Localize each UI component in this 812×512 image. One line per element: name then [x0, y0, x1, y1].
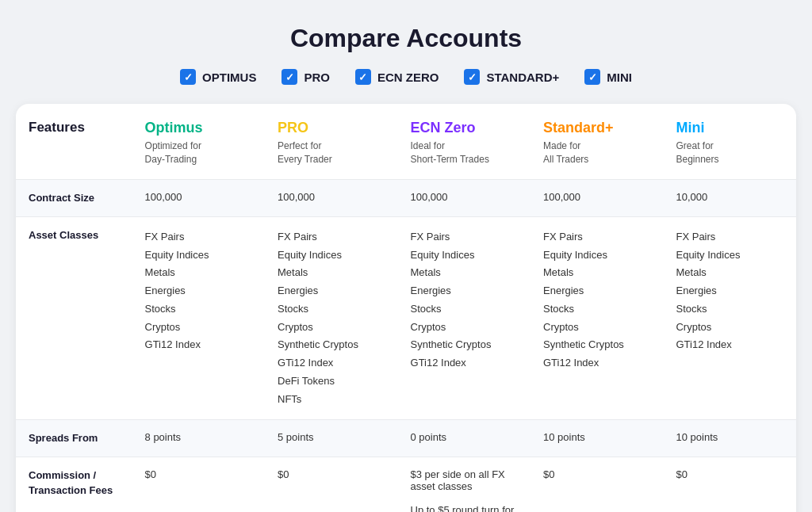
row-label-spreads-from: Spreads From	[16, 420, 132, 457]
cell-contract-size-standard: 100,000	[530, 179, 663, 216]
comparison-table: Features OptimusOptimized for Day-Tradin…	[16, 104, 796, 512]
col-name-optimus: Optimus	[145, 120, 252, 136]
col-desc-mini: Great for Beginners	[676, 139, 783, 166]
filter-label-ecnzero: ECN ZERO	[377, 71, 439, 84]
cell-spreads-from-ecnzero: 0 points	[398, 420, 530, 457]
table-row-contract-size: Contract Size100,000100,000100,000100,00…	[16, 179, 796, 216]
filter-ecnzero[interactable]: ✓ECN ZERO	[355, 69, 439, 85]
cell-asset-classes-mini: FX Pairs Equity Indices Metals Energies …	[663, 216, 796, 420]
cell-contract-size-mini: 10,000	[663, 179, 796, 216]
col-name-pro: PRO	[278, 120, 385, 136]
table-row-spreads-from: Spreads From8 points5 points0 points10 p…	[16, 420, 796, 457]
checkbox-optimus[interactable]: ✓	[180, 69, 196, 85]
col-desc-ecnzero: Ideal for Short-Term Trades	[411, 139, 518, 166]
filter-pro[interactable]: ✓PRO	[282, 69, 330, 85]
col-desc-pro: Perfect for Every Trader	[278, 139, 385, 166]
checkbox-standard[interactable]: ✓	[464, 69, 480, 85]
features-label: Features	[29, 120, 85, 135]
cell-asset-classes-optimus: FX Pairs Equity Indices Metals Energies …	[132, 216, 265, 420]
col-name-ecnzero: ECN Zero	[411, 120, 518, 136]
cell-commission-standard: $0	[530, 457, 663, 512]
row-label-commission: Commission / Transaction Fees	[16, 457, 132, 512]
filter-label-optimus: OPTIMUS	[202, 71, 256, 84]
table-body: Contract Size100,000100,000100,000100,00…	[16, 179, 796, 512]
cell-contract-size-optimus: 100,000	[132, 179, 265, 216]
cell-commission-mini: $0	[663, 457, 796, 512]
compare-table: Features OptimusOptimized for Day-Tradin…	[16, 104, 796, 512]
filter-label-pro: PRO	[304, 71, 330, 84]
table-header-row: Features OptimusOptimized for Day-Tradin…	[16, 104, 796, 179]
col-header-optimus: OptimusOptimized for Day-Trading	[132, 104, 265, 179]
cell-contract-size-ecnzero: 100,000	[398, 179, 530, 216]
cell-commission-ecnzero: $3 per side on all FX asset classes Up t…	[398, 457, 530, 512]
filter-label-standard: STANDARD+	[486, 71, 559, 84]
checkbox-mini[interactable]: ✓	[584, 69, 600, 85]
account-filters: ✓OPTIMUS✓PRO✓ECN ZERO✓STANDARD+✓MINI	[16, 69, 796, 85]
col-desc-optimus: Optimized for Day-Trading	[145, 139, 252, 166]
row-label-contract-size: Contract Size	[16, 179, 132, 216]
col-name-mini: Mini	[676, 120, 783, 136]
col-header-mini: MiniGreat for Beginners	[663, 104, 796, 179]
filter-optimus[interactable]: ✓OPTIMUS	[180, 69, 256, 85]
col-name-standard: Standard+	[543, 120, 650, 136]
page-title: Compare Accounts	[16, 16, 796, 53]
page-wrapper: Compare Accounts ✓OPTIMUS✓PRO✓ECN ZERO✓S…	[16, 16, 796, 512]
cell-contract-size-pro: 100,000	[265, 179, 397, 216]
table-row-commission: Commission / Transaction Fees$0$0$3 per …	[16, 457, 796, 512]
cell-asset-classes-standard: FX Pairs Equity Indices Metals Energies …	[530, 216, 663, 420]
cell-asset-classes-ecnzero: FX Pairs Equity Indices Metals Energies …	[398, 216, 530, 420]
filter-label-mini: MINI	[607, 71, 632, 84]
table-row-asset-classes: Asset ClassesFX Pairs Equity Indices Met…	[16, 216, 796, 420]
col-desc-standard: Made for All Traders	[543, 139, 650, 166]
cell-spreads-from-optimus: 8 points	[132, 420, 265, 457]
row-label-asset-classes: Asset Classes	[16, 216, 132, 420]
col-header-standard: Standard+Made for All Traders	[530, 104, 663, 179]
checkbox-pro[interactable]: ✓	[282, 69, 297, 85]
cell-spreads-from-pro: 5 points	[265, 420, 397, 457]
col-header-ecnzero: ECN ZeroIdeal for Short-Term Trades	[398, 104, 530, 179]
cell-commission-pro: $0	[265, 457, 397, 512]
cell-spreads-from-mini: 10 points	[663, 420, 796, 457]
cell-asset-classes-pro: FX Pairs Equity Indices Metals Energies …	[265, 216, 397, 420]
cell-commission-optimus: $0	[132, 457, 265, 512]
filter-standard[interactable]: ✓STANDARD+	[464, 69, 559, 85]
checkbox-ecnzero[interactable]: ✓	[355, 69, 371, 85]
col-header-pro: PROPerfect for Every Trader	[265, 104, 397, 179]
cell-spreads-from-standard: 10 points	[530, 420, 663, 457]
filter-mini[interactable]: ✓MINI	[584, 69, 632, 85]
features-header: Features	[16, 104, 132, 179]
